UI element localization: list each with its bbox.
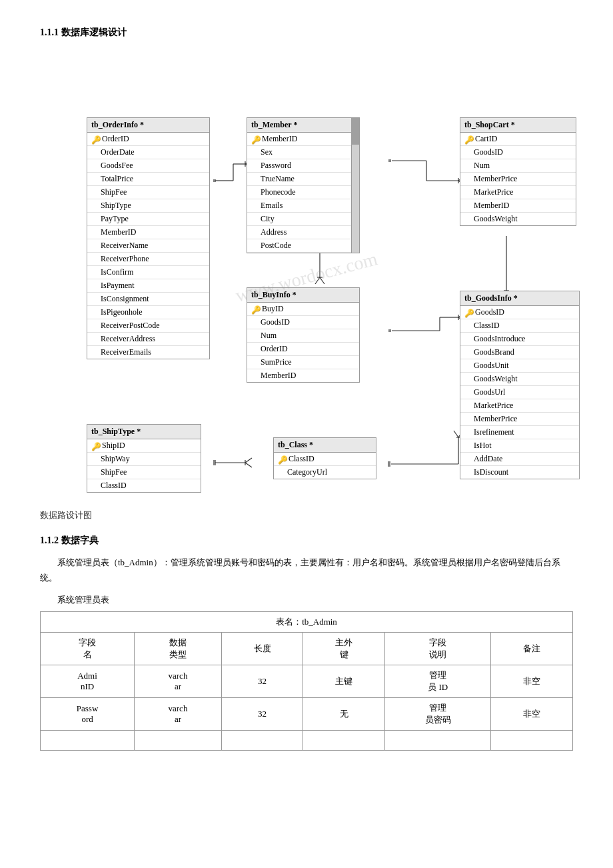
cell-empty-2	[135, 730, 222, 750]
table-buyinfo-header: tb_BuyInfo *	[247, 288, 359, 303]
pk-icon-member: 🔑	[251, 135, 259, 143]
header-field: 字段名	[41, 632, 135, 665]
field-memberid: 🔑MemberID	[247, 133, 359, 146]
cell-adminid-key: 主键	[303, 665, 385, 697]
cell-empty-6	[491, 730, 573, 750]
cell-empty-3	[221, 730, 303, 750]
header-note: 备注	[491, 632, 573, 665]
diagram-caption: 数据路设计图	[40, 509, 573, 521]
table-goodsinfo-header: tb_GoodsInfo *	[460, 291, 579, 306]
svg-line-41	[454, 431, 458, 437]
table-shopcart-header: tb_ShopCart *	[460, 118, 576, 133]
erd-diagram: tb_OrderInfo * 🔑OrderID OrderDate GoodsF…	[40, 51, 573, 504]
cell-password-desc: 管理员密码	[384, 697, 491, 730]
pk-icon-buyinfo: 🔑	[251, 305, 259, 313]
cell-empty-5	[384, 730, 491, 750]
pk-icon-shiptype: 🔑	[91, 442, 99, 450]
cell-password-key: 无	[303, 697, 385, 730]
header-length: 长度	[221, 632, 303, 665]
cell-password-length: 32	[221, 697, 303, 730]
cell-empty-1	[41, 730, 135, 750]
svg-line-19	[320, 277, 324, 284]
table-class-header: tb_Class *	[274, 438, 376, 453]
table-member-header: tb_Member *	[247, 118, 359, 133]
header-desc: 字段说明	[384, 632, 491, 665]
dict-row-password: Password varchar 32 无 管理员密码 非空	[41, 697, 573, 730]
cell-password-type: varchar	[135, 697, 222, 730]
cell-adminid-length: 32	[221, 665, 303, 697]
cell-adminid-note: 非空	[491, 665, 573, 697]
pk-icon: 🔑	[91, 135, 99, 143]
subsection-heading: 1.1.2 数据字典	[40, 535, 573, 547]
section-heading: 1.1.1 数据库逻辑设计	[40, 27, 573, 39]
field-orderid: 🔑OrderID	[87, 133, 209, 146]
table-orderinfo: tb_OrderInfo * 🔑OrderID OrderDate GoodsF…	[87, 117, 210, 359]
cell-password-note: 非空	[491, 697, 573, 730]
table-buyinfo: tb_BuyInfo * 🔑BuyID GoodsID Num OrderID …	[247, 287, 360, 383]
field-goodsid: 🔑GoodsID	[460, 306, 579, 319]
cell-adminid-field: AdminID	[41, 665, 135, 697]
table-orderinfo-header: tb_OrderInfo *	[87, 118, 209, 133]
table-shiptype: tb_ShipType * 🔑ShipID ShipWay ShipFee Cl…	[87, 424, 201, 493]
svg-line-35	[245, 463, 252, 467]
dict-row-empty	[41, 730, 573, 750]
dict-header-row: 字段名 数据类型 长度 主外键 字段说明 备注	[41, 632, 573, 665]
dict-row-adminid: AdminID varchar 32 主键 管理员 ID 非空	[41, 665, 573, 697]
dict-table: 表名：tb_Admin 字段名 数据类型 长度 主外键 字段说明 备注 Admi…	[40, 611, 573, 751]
paragraph-text: 系统管理员表（tb_Admin）：管理系统管理员账号和密码的表，主要属性有：用户…	[40, 555, 573, 586]
svg-line-18	[315, 277, 320, 284]
svg-line-34	[245, 458, 252, 463]
cell-adminid-type: varchar	[135, 665, 222, 697]
table-shiptype-header: tb_ShipType *	[87, 425, 201, 439]
header-key: 主外键	[303, 632, 385, 665]
table-class: tb_Class * 🔑ClassID CategoryUrl	[273, 437, 376, 479]
pk-icon-shopcart: 🔑	[464, 135, 472, 143]
table-caption-text: 系统管理员表	[40, 594, 573, 606]
pk-icon-class: 🔑	[278, 455, 286, 463]
header-type: 数据类型	[135, 632, 222, 665]
field-buyid: 🔑BuyID	[247, 303, 359, 316]
table-name-row: 表名：tb_Admin	[41, 611, 573, 632]
field-classid: 🔑ClassID	[274, 453, 376, 466]
pk-icon-goodsinfo: 🔑	[464, 309, 472, 317]
table-name-cell: 表名：tb_Admin	[41, 611, 573, 632]
cell-password-field: Password	[41, 697, 135, 730]
cell-adminid-desc: 管理员 ID	[384, 665, 491, 697]
field-cartid: 🔑CartID	[460, 133, 576, 146]
table-goodsinfo: tb_GoodsInfo * 🔑GoodsID ClassID GoodsInt…	[460, 291, 580, 479]
field-shipid: 🔑ShipID	[87, 439, 201, 453]
cell-empty-4	[303, 730, 385, 750]
table-shopcart: tb_ShopCart * 🔑CartID GoodsID Num Member…	[460, 117, 576, 226]
table-member: tb_Member * 🔑MemberID Sex Password TrueN…	[247, 117, 360, 253]
